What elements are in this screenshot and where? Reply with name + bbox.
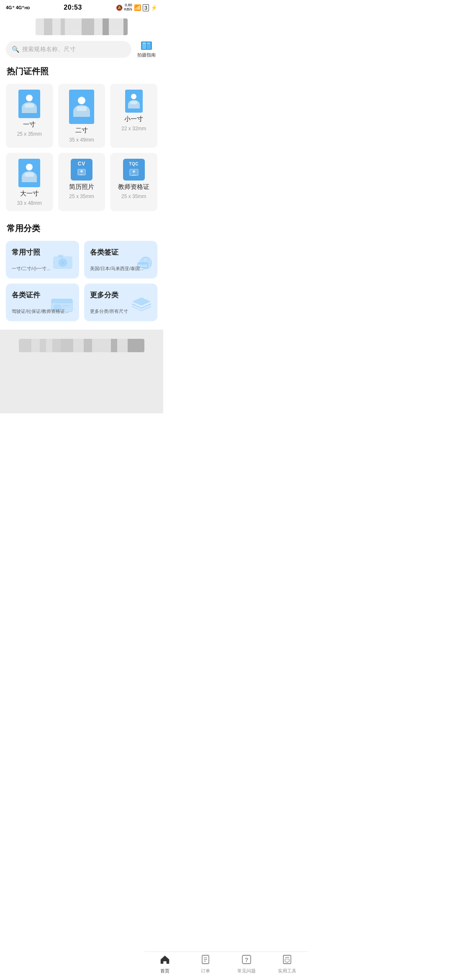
photo-img-xiao-yi-cun bbox=[125, 90, 143, 113]
header-banner bbox=[0, 15, 163, 40]
book-icon bbox=[140, 40, 153, 51]
category-card-qian-zheng[interactable]: 各类签证 美国/日本/马来西亚/泰国... PASS bbox=[84, 241, 157, 279]
photo-size-jiaoshi: 25 x 35mm bbox=[121, 193, 146, 199]
photo-name-yi-cun: 一寸 bbox=[23, 121, 36, 129]
signal-text: 4G⁺ 4G⁺HD bbox=[6, 5, 30, 10]
photo-img-jianli: CV bbox=[71, 159, 92, 181]
photo-grid: 一寸 25 x 35mm 二寸 35 x 49mm 小一寸 22 x 3 bbox=[0, 84, 163, 211]
network-speed: 0.80KB/s bbox=[124, 3, 132, 12]
photo-card-xiao-yi-cun[interactable]: 小一寸 22 x 32mm bbox=[110, 84, 157, 148]
category-title-cun-zhao: 常用寸照 bbox=[12, 248, 73, 257]
photo-size-er-cun: 35 x 49mm bbox=[69, 137, 94, 143]
search-icon: 🔍 bbox=[12, 46, 20, 53]
photo-guide-label: 拍摄指南 bbox=[137, 52, 156, 58]
bottom-banner-image bbox=[19, 339, 144, 352]
category-card-more[interactable]: 更多分类 更多分类/所有尺寸 bbox=[84, 284, 157, 321]
photo-size-jianli: 25 x 35mm bbox=[69, 193, 94, 199]
photo-name-jianli: 简历照片 bbox=[69, 183, 94, 191]
category-sub-zheng-jian: 驾驶证/社保证/教师资格证... bbox=[12, 308, 73, 315]
category-card-zheng-jian[interactable]: 各类证件 驾驶证/社保证/教师资格证... bbox=[6, 284, 79, 321]
category-card-cun-zhao[interactable]: 常用寸照 一寸/二寸/小一寸... bbox=[6, 241, 79, 279]
wifi-icon: 📶 bbox=[134, 4, 141, 11]
svg-point-5 bbox=[80, 170, 83, 173]
search-bar[interactable]: 🔍 搜索规格名称、尺寸 bbox=[6, 41, 131, 58]
category-section-title: 常用分类 bbox=[0, 223, 163, 234]
hot-section-title: 热门证件照 bbox=[0, 66, 163, 77]
photo-name-xiao-yi-cun: 小一寸 bbox=[124, 115, 143, 123]
extra-space bbox=[0, 360, 163, 385]
charging-icon: ⚡ bbox=[151, 5, 157, 11]
search-row: 🔍 搜索规格名称、尺寸 拍摄指南 bbox=[0, 40, 163, 58]
category-title-qian-zheng: 各类签证 bbox=[90, 248, 152, 257]
photo-name-er-cun: 二寸 bbox=[75, 126, 88, 134]
category-sub-qian-zheng: 美国/日本/马来西亚/泰国... bbox=[90, 266, 152, 272]
photo-card-da-yi-cun[interactable]: 大一寸 33 x 48mm bbox=[6, 153, 53, 211]
status-signal: 4G⁺ 4G⁺HD bbox=[6, 5, 30, 10]
photo-name-jiaoshi: 教师资格证 bbox=[118, 183, 149, 191]
bottom-banner bbox=[0, 330, 163, 360]
photo-img-da-yi-cun bbox=[18, 159, 40, 187]
status-bar: 4G⁺ 4G⁺HD 20:53 🔕 0.80KB/s 📶 3 ⚡ bbox=[0, 0, 163, 15]
svg-point-10 bbox=[61, 260, 65, 265]
banner-image bbox=[36, 18, 128, 35]
photo-img-jiaoshi: TQC bbox=[123, 159, 145, 181]
photo-size-xiao-yi-cun: 22 x 32mm bbox=[121, 126, 146, 132]
mute-icon: 🔕 bbox=[116, 5, 123, 11]
photo-card-er-cun[interactable]: 二寸 35 x 49mm bbox=[58, 84, 105, 148]
category-title-zheng-jian: 各类证件 bbox=[12, 290, 73, 300]
photo-card-jiaoshi[interactable]: TQC 教师资格证 25 x 35mm bbox=[110, 153, 157, 211]
category-sub-more: 更多分类/所有尺寸 bbox=[90, 308, 152, 315]
photo-img-er-cun bbox=[69, 90, 94, 124]
photo-guide-button[interactable]: 拍摄指南 bbox=[136, 40, 157, 58]
photo-card-yi-cun[interactable]: 一寸 25 x 35mm bbox=[6, 84, 53, 148]
battery-icon: 3 bbox=[143, 4, 149, 11]
category-sub-cun-zhao: 一寸/二寸/小一寸... bbox=[12, 266, 73, 272]
status-time: 20:53 bbox=[64, 4, 82, 11]
photo-size-yi-cun: 25 x 35mm bbox=[17, 131, 42, 137]
status-right: 🔕 0.80KB/s 📶 3 ⚡ bbox=[116, 3, 157, 12]
search-placeholder: 搜索规格名称、尺寸 bbox=[22, 46, 76, 53]
photo-size-da-yi-cun: 33 x 48mm bbox=[17, 200, 42, 206]
svg-point-7 bbox=[133, 170, 135, 173]
photo-name-da-yi-cun: 大一寸 bbox=[20, 190, 39, 198]
photo-card-jianli[interactable]: CV 简历照片 25 x 35mm bbox=[58, 153, 105, 211]
photo-img-yi-cun bbox=[18, 90, 40, 118]
category-grid: 常用寸照 一寸/二寸/小一寸... 各类签证 美国/日本/马来西亚/泰国... bbox=[0, 241, 163, 321]
category-title-more: 更多分类 bbox=[90, 290, 152, 300]
